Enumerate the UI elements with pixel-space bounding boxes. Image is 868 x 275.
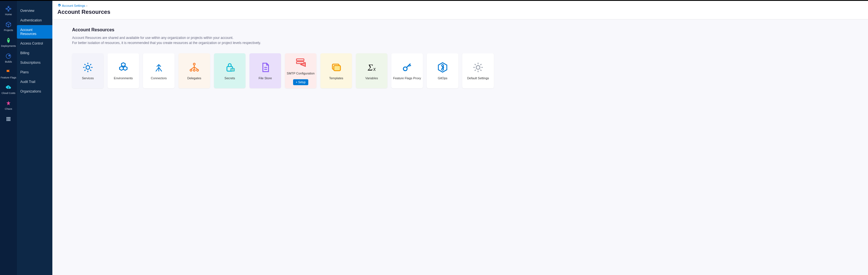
- svg-point-4: [10, 8, 11, 9]
- svg-point-21: [193, 70, 195, 71]
- section-title: Account Resources: [72, 27, 848, 32]
- svg-text:Σ: Σ: [367, 63, 373, 73]
- rail-label: Home: [5, 13, 12, 16]
- svg-point-18: [86, 66, 90, 70]
- gitops-icon: [436, 61, 449, 74]
- card-delegates[interactable]: Delegates: [179, 53, 210, 88]
- svg-rect-12: [6, 118, 8, 119]
- svg-text:x: x: [373, 66, 376, 73]
- setup-button[interactable]: + Setup: [293, 79, 309, 85]
- home-icon: [5, 5, 12, 12]
- chevron-right-icon: ›: [87, 4, 88, 7]
- svg-rect-16: [8, 120, 9, 121]
- sidebar-item-authentication[interactable]: Authentication: [17, 16, 52, 25]
- sigma-icon: Σx: [366, 61, 378, 74]
- key-icon: [401, 61, 413, 74]
- sidebar-item-access-control[interactable]: Access Control: [17, 39, 52, 48]
- file-icon: [259, 61, 271, 74]
- rail-item-cloud-costs[interactable]: $ Cloud Costs: [1, 82, 16, 98]
- svg-point-2: [8, 10, 9, 11]
- rail-label: Chaos: [5, 108, 12, 111]
- card-label: Environments: [114, 77, 133, 80]
- card-ff-proxy[interactable]: Feature Flags Proxy: [391, 53, 423, 88]
- svg-point-31: [403, 67, 407, 71]
- card-label: Templates: [329, 77, 343, 80]
- card-secrets[interactable]: Secrets: [214, 53, 246, 88]
- card-gitops[interactable]: GitOps: [427, 53, 458, 88]
- card-variables[interactable]: ΣxVariables: [356, 53, 388, 88]
- rail-item-projects[interactable]: Projects: [1, 19, 16, 35]
- card-label: File Store: [258, 77, 272, 80]
- card-templates[interactable]: Templates: [320, 53, 352, 88]
- rail-item-deployments[interactable]: Deployments: [1, 35, 16, 51]
- cloud-dollar-icon: $: [5, 84, 12, 91]
- card-label: Feature Flags Proxy: [393, 77, 421, 80]
- card-smtp[interactable]: SMTP Configuration+ Setup: [285, 53, 316, 88]
- svg-rect-25: [297, 59, 304, 61]
- svg-point-22: [196, 70, 198, 71]
- card-file-store[interactable]: File Store: [249, 53, 281, 88]
- svg-rect-17: [9, 120, 10, 121]
- rail-item-home[interactable]: Home: [1, 3, 16, 19]
- card-label: Default Settings: [467, 77, 489, 80]
- svg-point-6: [6, 54, 11, 58]
- rail-item-feature-flags[interactable]: Feature Flags: [1, 66, 16, 82]
- svg-point-34: [476, 66, 480, 70]
- svg-point-1: [8, 6, 9, 7]
- chaos-icon: [5, 100, 12, 107]
- wrench-icon: [5, 53, 12, 59]
- breadcrumb-label: Account Settings: [62, 4, 85, 7]
- main: Account Settings › Account Resources Acc…: [52, 0, 868, 275]
- hex-icon: [117, 61, 129, 74]
- template-icon: [330, 61, 342, 74]
- gear-icon: [82, 61, 94, 74]
- rail-label: Feature Flags: [1, 77, 16, 79]
- sidebar-item-audit-trail[interactable]: Audit Trail: [17, 77, 52, 87]
- gear-icon: [57, 4, 61, 8]
- rail-label: Cloud Costs: [1, 92, 15, 95]
- svg-rect-10: [8, 117, 9, 118]
- svg-point-7: [8, 55, 10, 56]
- side-nav: Overview Authentication Account Resource…: [17, 0, 52, 275]
- sidebar-item-plans[interactable]: Plans: [17, 67, 52, 77]
- rail-item-builds[interactable]: Builds: [1, 51, 16, 66]
- card-label: Secrets: [224, 77, 235, 80]
- section-description: Account Resources are shared and availab…: [72, 35, 303, 46]
- rail-label: Builds: [5, 61, 12, 63]
- svg-text:$: $: [8, 86, 9, 89]
- svg-point-3: [6, 8, 7, 9]
- sidebar-item-billing[interactable]: Billing: [17, 48, 52, 58]
- svg-point-5: [8, 39, 9, 40]
- svg-rect-28: [334, 66, 340, 71]
- sidebar-item-overview[interactable]: Overview: [17, 6, 52, 16]
- rocket-icon: [5, 37, 12, 44]
- card-label: Delegates: [187, 77, 201, 80]
- delegates-icon: [188, 61, 200, 74]
- connector-icon: [153, 61, 165, 74]
- svg-rect-9: [6, 117, 8, 118]
- gear-gray-icon: [472, 61, 484, 74]
- svg-point-19: [193, 63, 195, 65]
- sidebar-item-subscriptions[interactable]: Subscriptions: [17, 58, 52, 67]
- sidebar-item-account-resources[interactable]: Account Resources: [17, 25, 52, 39]
- card-services[interactable]: Services: [72, 53, 103, 88]
- svg-point-0: [7, 8, 9, 10]
- rail-grid-button[interactable]: [5, 116, 12, 122]
- card-label: Connectors: [151, 77, 167, 80]
- mail-icon: [294, 56, 307, 69]
- breadcrumb[interactable]: Account Settings ›: [57, 4, 863, 8]
- card-label: GitOps: [438, 77, 447, 80]
- rail-label: Projects: [4, 29, 13, 32]
- card-label: SMTP Configuration: [287, 72, 315, 75]
- page-title: Account Resources: [57, 9, 863, 15]
- svg-rect-13: [8, 118, 9, 119]
- svg-rect-14: [9, 118, 10, 119]
- card-default-settings[interactable]: Default Settings: [462, 53, 494, 88]
- card-connectors[interactable]: Connectors: [143, 53, 175, 88]
- rail-item-chaos[interactable]: Chaos: [1, 98, 16, 113]
- icon-rail: Home Projects Deployments Builds Feature…: [0, 0, 17, 275]
- svg-rect-15: [6, 120, 8, 121]
- card-environments[interactable]: Environments: [107, 53, 139, 88]
- svg-rect-11: [9, 117, 10, 118]
- sidebar-item-organizations[interactable]: Organizations: [17, 87, 52, 96]
